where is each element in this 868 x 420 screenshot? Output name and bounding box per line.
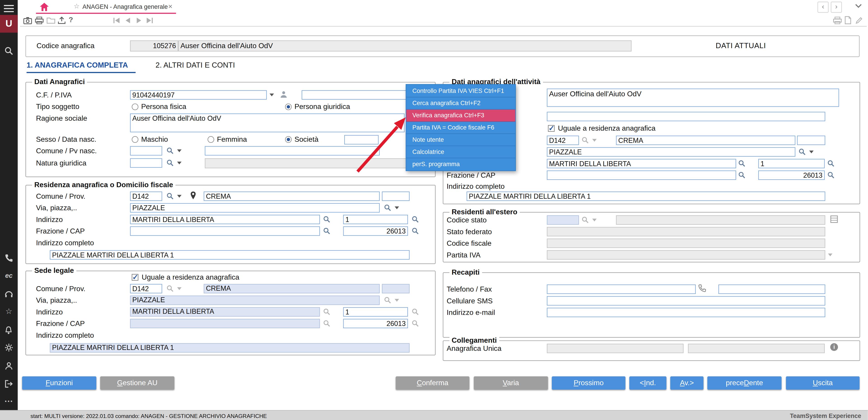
tab-scroll-left-button[interactable]: ‹ bbox=[817, 2, 829, 13]
print-secondary-icon[interactable] bbox=[833, 17, 842, 24]
search-lookup-icon[interactable] bbox=[166, 159, 174, 167]
radio-femmina[interactable] bbox=[208, 136, 214, 143]
more-options-icon[interactable]: ... bbox=[0, 394, 18, 403]
radio-persona-giuridica[interactable] bbox=[285, 103, 291, 110]
attivita-denominazione2-input[interactable] bbox=[547, 112, 825, 121]
nav-next-icon[interactable] bbox=[136, 18, 142, 23]
attivita-cap-input[interactable] bbox=[758, 171, 825, 180]
indice-button[interactable]: <Ind. bbox=[629, 377, 666, 390]
attivita-completo-input[interactable] bbox=[467, 191, 825, 201]
help-icon[interactable]: ? bbox=[69, 16, 73, 24]
favorites-star-icon[interactable]: ☆ bbox=[0, 307, 18, 316]
home-icon[interactable] bbox=[39, 2, 49, 12]
tab-scroll-right-button[interactable]: › bbox=[831, 2, 842, 13]
camera-icon[interactable] bbox=[23, 17, 32, 24]
funzioni-button[interactable]: Funzioni bbox=[22, 377, 96, 390]
teamsystem-logo[interactable]: U bbox=[0, 15, 18, 33]
attivita-frazione-input[interactable] bbox=[547, 171, 736, 180]
radio-maschio[interactable] bbox=[132, 136, 138, 143]
cf-piva-input[interactable] bbox=[130, 90, 267, 100]
cf-piva-secondary-input[interactable] bbox=[302, 90, 407, 100]
hamburger-menu-icon[interactable] bbox=[4, 5, 14, 12]
search-lookup-icon[interactable] bbox=[828, 172, 835, 179]
nav-last-icon[interactable] bbox=[146, 18, 153, 23]
radio-persona-fisica[interactable] bbox=[132, 103, 138, 110]
residenza-comune-name-input[interactable] bbox=[204, 191, 380, 201]
residenza-prov-input[interactable] bbox=[382, 191, 410, 201]
attivita-via-input[interactable] bbox=[547, 147, 795, 157]
phone-contact-icon[interactable] bbox=[4, 253, 13, 262]
headset-icon[interactable] bbox=[4, 290, 13, 298]
residenza-comune-code-input[interactable] bbox=[130, 191, 162, 201]
fax-input[interactable] bbox=[718, 284, 825, 294]
edit-pencil-icon[interactable] bbox=[855, 17, 863, 24]
info-icon[interactable]: i bbox=[830, 343, 838, 351]
search-lookup-icon[interactable] bbox=[384, 204, 391, 212]
uscita-button[interactable]: Uscita bbox=[786, 377, 860, 390]
cellulare-input[interactable] bbox=[547, 296, 825, 306]
attivita-comune-code-input[interactable] bbox=[547, 136, 579, 145]
search-lookup-icon[interactable] bbox=[166, 147, 174, 154]
search-lookup-icon[interactable] bbox=[738, 172, 745, 179]
ec-console-icon[interactable]: ec bbox=[0, 272, 18, 279]
tab-list-chevron-icon[interactable] bbox=[855, 4, 862, 8]
logout-icon[interactable] bbox=[4, 380, 13, 388]
notifications-bell-icon[interactable] bbox=[4, 326, 13, 335]
cf-piva-dropdown-icon[interactable] bbox=[270, 94, 274, 96]
avanti-button[interactable]: Av.> bbox=[670, 377, 704, 390]
map-pin-icon[interactable] bbox=[190, 191, 196, 200]
search-lookup-icon[interactable] bbox=[799, 148, 806, 155]
favorite-star-icon[interactable]: ☆ bbox=[74, 2, 80, 10]
settings-gear-icon[interactable] bbox=[4, 343, 13, 352]
email-input[interactable] bbox=[547, 308, 825, 317]
attivita-prov-input[interactable] bbox=[797, 136, 825, 145]
attivita-denominazione-textarea[interactable]: Auser Officina dell'Aiuto OdV bbox=[547, 89, 839, 107]
gestione-au-button[interactable]: Gestione AU bbox=[100, 377, 174, 390]
attivita-civico-input[interactable] bbox=[758, 159, 825, 169]
search-icon[interactable] bbox=[4, 47, 13, 55]
residenza-civico-input[interactable] bbox=[343, 215, 408, 224]
person-lookup-icon[interactable] bbox=[280, 90, 288, 98]
attivita-uguale-checkbox[interactable] bbox=[548, 125, 555, 131]
attivita-indirizzo-input[interactable] bbox=[547, 159, 736, 169]
context-menu-item-controllo-vies[interactable]: Controllo Partita IVA VIES Ctrl+F1 bbox=[406, 85, 515, 97]
natura-giuridica-code-input[interactable] bbox=[130, 158, 162, 168]
sede-civico-input[interactable] bbox=[343, 307, 408, 317]
search-lookup-icon[interactable] bbox=[738, 160, 745, 167]
app-tab[interactable]: ☆ ANAGEN - Anagrafica generale × bbox=[69, 0, 176, 13]
residenza-completo-input[interactable] bbox=[50, 250, 410, 260]
telefono-input[interactable] bbox=[547, 284, 696, 294]
residenza-cap-input[interactable] bbox=[343, 226, 408, 236]
nav-prev-icon[interactable] bbox=[125, 18, 130, 23]
attivita-comune-name-input[interactable] bbox=[616, 136, 795, 145]
tab-anagrafica-completa[interactable]: 1. ANAGRAFICA COMPLETA bbox=[27, 61, 136, 73]
search-lookup-icon[interactable] bbox=[412, 228, 419, 235]
nav-first-icon[interactable] bbox=[113, 18, 120, 23]
residenza-frazione-input[interactable] bbox=[130, 226, 320, 236]
dropdown-arrow-icon[interactable] bbox=[177, 195, 182, 198]
prossimo-button[interactable]: Prossimo bbox=[552, 377, 625, 390]
tab-close-icon[interactable]: × bbox=[168, 2, 173, 11]
search-lookup-icon[interactable] bbox=[323, 228, 331, 235]
sede-cap-input[interactable] bbox=[343, 319, 408, 328]
search-lookup-icon[interactable] bbox=[166, 192, 174, 200]
tab-altri-dati-e-conti[interactable]: 2. ALTRI DATI E CONTI bbox=[156, 61, 235, 69]
search-lookup-icon[interactable] bbox=[828, 160, 835, 167]
search-lookup-icon[interactable] bbox=[323, 216, 331, 223]
residenza-via-input[interactable] bbox=[130, 203, 379, 213]
search-lookup-icon[interactable] bbox=[412, 216, 419, 223]
dropdown-arrow-icon[interactable] bbox=[177, 161, 182, 164]
document-icon[interactable] bbox=[845, 16, 851, 24]
comune-nasc-code-input[interactable] bbox=[130, 146, 162, 155]
upload-icon[interactable] bbox=[58, 17, 66, 24]
radio-societa[interactable] bbox=[285, 136, 291, 143]
conferma-button[interactable]: Conferma bbox=[396, 377, 469, 390]
sede-comune-code-input[interactable] bbox=[130, 284, 162, 293]
folder-icon[interactable] bbox=[46, 17, 55, 24]
dropdown-arrow-icon[interactable] bbox=[809, 151, 814, 153]
user-profile-icon[interactable] bbox=[4, 361, 13, 370]
residenza-indirizzo-input[interactable] bbox=[130, 215, 320, 224]
sede-uguale-checkbox[interactable] bbox=[132, 274, 138, 280]
dropdown-arrow-icon[interactable] bbox=[395, 206, 399, 209]
print-icon[interactable] bbox=[35, 17, 43, 24]
